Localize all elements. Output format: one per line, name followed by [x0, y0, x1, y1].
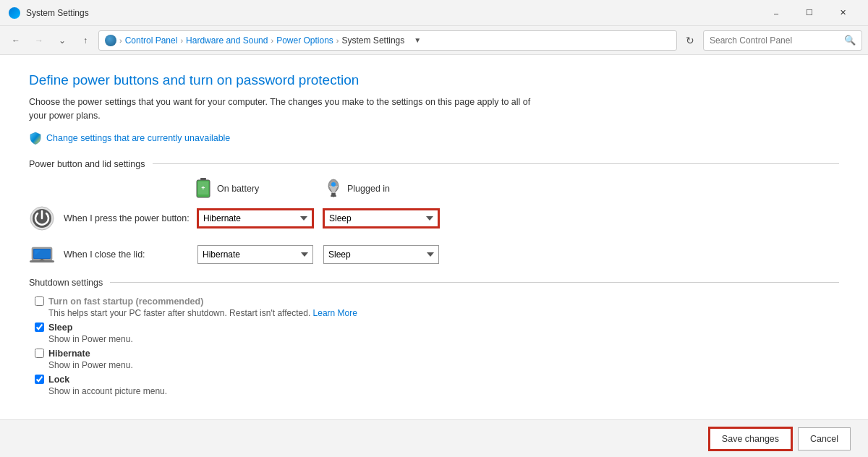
power-button-section-header: Power button and lid settings — [29, 159, 839, 169]
bottom-bar: Save changes Cancel — [0, 419, 868, 457]
hibernate-label: Hibernate — [48, 349, 90, 359]
hibernate-checkbox[interactable] — [35, 349, 44, 358]
back-button[interactable]: ← — [6, 30, 26, 51]
breadcrumb-dropdown-button[interactable]: ▼ — [407, 30, 427, 51]
lid-close-icon — [29, 242, 55, 268]
power-button-label: When I press the power button: — [64, 213, 197, 223]
uac-shield-icon — [29, 132, 42, 145]
divider — [153, 163, 839, 164]
shutdown-settings: Turn on fast startup (recommended) This … — [29, 296, 839, 396]
breadcrumb-control-panel[interactable]: Control Panel — [125, 35, 178, 46]
shutdown-section-header: Shutdown settings — [29, 278, 839, 288]
lock-checkbox[interactable] — [35, 375, 44, 384]
shutdown-section-label: Shutdown settings — [29, 278, 103, 288]
recent-pages-button[interactable]: ⌄ — [52, 30, 72, 51]
svg-rect-6 — [331, 193, 336, 195]
sleep-checkbox[interactable] — [35, 323, 44, 332]
lid-close-label: When I close the lid: — [64, 249, 197, 260]
shutdown-divider — [110, 282, 839, 283]
app-icon — [9, 7, 20, 19]
search-box: 🔍 — [703, 30, 862, 51]
power-button-icon — [29, 205, 55, 231]
globe-icon — [105, 35, 116, 46]
column-headers: + On battery Plugged in — [195, 178, 839, 200]
fast-startup-item: Turn on fast startup (recommended) This … — [35, 296, 839, 318]
svg-point-5 — [331, 182, 336, 187]
title-bar: System Settings – ☐ ✕ — [0, 0, 868, 26]
window-controls: – ☐ ✕ — [760, 0, 859, 26]
page-title: Define power buttons and turn on passwor… — [29, 72, 839, 88]
on-battery-header: + On battery — [195, 178, 326, 200]
lid-close-row: When I close the lid: Hibernate Do nothi… — [29, 242, 839, 268]
svg-rect-7 — [331, 195, 336, 197]
fast-startup-desc: This helps start your PC faster after sh… — [48, 308, 839, 318]
lock-item: Lock Show in account picture menu. — [35, 375, 839, 396]
sleep-label: Sleep — [48, 323, 72, 333]
breadcrumb-system-settings: System Settings — [342, 35, 405, 46]
power-button-row: When I press the power button: Hibernate… — [29, 205, 839, 231]
fast-startup-label: Turn on fast startup (recommended) — [48, 296, 203, 307]
plugged-in-header: Plugged in — [326, 178, 456, 200]
fast-startup-row: Turn on fast startup (recommended) — [35, 296, 839, 307]
lid-plugged-dropdown[interactable]: Sleep Do nothing Hibernate Shut down Tur… — [323, 245, 439, 264]
battery-icon: + — [195, 178, 211, 200]
power-button-section-label: Power button and lid settings — [29, 159, 145, 169]
power-button-battery-dropdown[interactable]: Hibernate Do nothing Sleep Shut down Tur… — [197, 209, 313, 228]
page-description: Choose the power settings that you want … — [29, 95, 535, 123]
maximize-button[interactable]: ☐ — [793, 0, 826, 26]
close-button[interactable]: ✕ — [826, 0, 859, 26]
lock-desc: Show in account picture menu. — [48, 386, 839, 396]
lid-battery-dropdown[interactable]: Hibernate Do nothing Sleep Shut down Tur… — [197, 245, 313, 264]
search-input[interactable] — [710, 35, 840, 46]
learn-more-link[interactable]: Learn More — [313, 308, 357, 318]
on-battery-label: On battery — [217, 184, 259, 194]
main-content: Define power buttons and turn on passwor… — [0, 55, 868, 457]
svg-text:+: + — [201, 184, 205, 192]
breadcrumb-hardware-sound[interactable]: Hardware and Sound — [186, 35, 268, 46]
sleep-desc: Show in Power menu. — [48, 334, 839, 344]
breadcrumb-power-options[interactable]: Power Options — [276, 35, 333, 46]
power-settings-grid: + On battery Plugged in — [29, 178, 839, 268]
breadcrumb: › Control Panel › Hardware and Sound › P… — [98, 30, 677, 51]
fast-startup-checkbox[interactable] — [35, 296, 44, 306]
minimize-button[interactable]: – — [760, 0, 793, 26]
cancel-button[interactable]: Cancel — [798, 427, 851, 450]
forward-button[interactable]: → — [29, 30, 49, 51]
lock-row: Lock — [35, 375, 839, 385]
window-title: System Settings — [26, 8, 760, 18]
hibernate-row: Hibernate — [35, 349, 839, 359]
refresh-button[interactable]: ↻ — [680, 30, 700, 51]
sleep-row: Sleep — [35, 323, 839, 333]
power-button-plugged-dropdown[interactable]: Sleep Do nothing Hibernate Shut down Tur… — [323, 209, 439, 228]
up-button[interactable]: ↑ — [75, 30, 95, 51]
change-settings-link[interactable]: Change settings that are currently unava… — [29, 132, 839, 145]
lock-label: Lock — [48, 375, 69, 385]
change-settings-text[interactable]: Change settings that are currently unava… — [46, 133, 230, 143]
search-icon[interactable]: 🔍 — [844, 35, 856, 46]
hibernate-desc: Show in Power menu. — [48, 360, 839, 370]
save-changes-button[interactable]: Save changes — [709, 427, 792, 450]
plugged-in-icon — [326, 179, 341, 199]
svg-rect-12 — [30, 260, 54, 262]
address-bar: ← → ⌄ ↑ › Control Panel › Hardware and S… — [0, 26, 868, 55]
hibernate-item: Hibernate Show in Power menu. — [35, 349, 839, 370]
plugged-in-label: Plugged in — [347, 184, 390, 194]
sleep-item: Sleep Show in Power menu. — [35, 323, 839, 344]
